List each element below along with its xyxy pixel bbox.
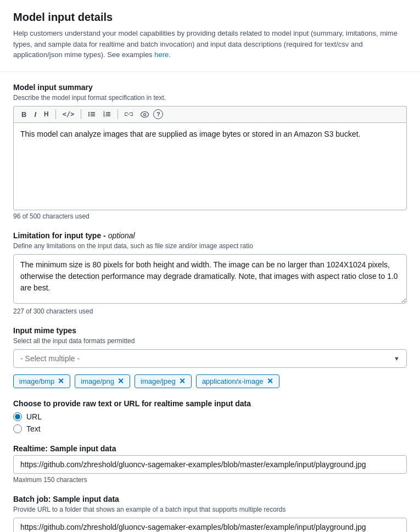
toolbar-italic-button[interactable]: I xyxy=(31,109,40,120)
toolbar-heading-button[interactable]: H xyxy=(41,109,52,120)
radio-url-label: URL xyxy=(26,412,42,421)
rich-text-toolbar: B I H </> 1. 2. xyxy=(13,106,407,122)
limitation-label: Limitation for input type - optional xyxy=(13,231,407,240)
toolbar-code-button[interactable]: </> xyxy=(59,109,78,120)
input-mime-types-section: Input mime types Select all the input da… xyxy=(13,326,407,388)
mime-tag-image-bmp: image/bmp ✕ xyxy=(13,374,70,388)
realtime-sample-label: Realtime: Sample input data xyxy=(13,444,407,453)
mime-tag-remove-image-png[interactable]: ✕ xyxy=(117,377,124,385)
svg-point-2 xyxy=(88,114,89,115)
mime-tag-application-x-image: application/x-image ✕ xyxy=(196,374,279,388)
svg-rect-11 xyxy=(106,115,110,116)
toolbar-divider-2 xyxy=(81,109,81,119)
radio-option-text[interactable]: Text xyxy=(13,424,407,433)
mime-tag-image-png: image/png ✕ xyxy=(75,374,130,388)
realtime-sample-hint: Maximum 150 characters xyxy=(13,476,407,484)
limitation-sublabel: Define any limitations on the input data… xyxy=(13,242,407,250)
radio-url-input[interactable] xyxy=(13,412,22,421)
batch-sample-label: Batch job: Sample input data xyxy=(13,495,407,503)
model-input-summary-sublabel: Describe the model input format specific… xyxy=(13,94,407,102)
optional-text: optional xyxy=(108,231,135,240)
radio-option-url[interactable]: URL xyxy=(13,412,407,421)
svg-point-4 xyxy=(88,115,89,116)
batch-sample-sublabel: Provide URL to a folder that shows an ex… xyxy=(13,506,407,513)
model-input-summary-label: Model input summary xyxy=(13,83,407,92)
svg-rect-1 xyxy=(91,112,95,113)
toolbar-preview-button[interactable] xyxy=(137,110,152,119)
toolbar-link-button[interactable] xyxy=(121,110,136,119)
limitation-section: Limitation for input type - optional Def… xyxy=(13,231,407,315)
mime-tag-remove-image-jpeg[interactable]: ✕ xyxy=(179,377,186,385)
limitation-char-count: 227 of 300 characters used xyxy=(13,307,407,315)
input-mime-types-label: Input mime types xyxy=(13,326,407,335)
mime-select-placeholder: - Select multiple - xyxy=(20,354,80,363)
toolbar-divider-1 xyxy=(55,109,56,119)
examples-link[interactable]: here xyxy=(154,51,169,59)
mime-tag-label: application/x-image xyxy=(202,377,264,385)
input-mime-types-sublabel: Select all the input data formats permit… xyxy=(13,337,407,345)
mime-tag-remove-application-x-image[interactable]: ✕ xyxy=(267,377,273,385)
model-input-summary-editor[interactable]: This model can analyze images that are s… xyxy=(13,122,407,210)
mime-tag-remove-image-bmp[interactable]: ✕ xyxy=(58,377,64,385)
model-input-summary-char-count: 96 of 500 characters used xyxy=(13,212,407,220)
page-description: Help customers understand your model cap… xyxy=(13,28,407,60)
mime-dropdown-arrow-icon: ▼ xyxy=(394,355,400,362)
batch-sample-input[interactable] xyxy=(13,518,407,533)
mime-tag-label: image/png xyxy=(81,377,114,385)
toolbar-ordered-list-button[interactable]: 1. 2. 3. xyxy=(100,109,114,120)
svg-text:3.: 3. xyxy=(103,114,106,117)
svg-rect-7 xyxy=(106,112,110,113)
radio-text-input[interactable] xyxy=(13,424,22,433)
svg-point-13 xyxy=(144,113,146,115)
svg-rect-3 xyxy=(91,114,95,115)
svg-rect-5 xyxy=(91,115,95,116)
mime-tag-label: image/bmp xyxy=(19,377,54,385)
mime-select-box[interactable]: - Select multiple - ▼ xyxy=(13,349,407,368)
toolbar-divider-3 xyxy=(117,109,118,119)
svg-point-12 xyxy=(141,111,149,117)
mime-tags-row: image/bmp ✕ image/png ✕ image/jpeg ✕ app… xyxy=(13,374,407,388)
realtime-sample-input[interactable] xyxy=(13,455,407,474)
svg-point-0 xyxy=(88,112,89,113)
toolbar-help-button[interactable]: ? xyxy=(153,109,163,119)
realtime-sample-section: Realtime: Sample input data Maximum 150 … xyxy=(13,444,407,484)
section-divider xyxy=(0,71,420,72)
toolbar-unordered-list-button[interactable] xyxy=(85,109,99,120)
toolbar-bold-button[interactable]: B xyxy=(18,109,30,120)
batch-sample-section: Batch job: Sample input data Provide URL… xyxy=(13,495,407,533)
mime-tag-image-jpeg: image/jpeg ✕ xyxy=(135,374,192,388)
sample-input-choice-section: Choose to provide raw text or URL for re… xyxy=(13,399,407,433)
mime-tag-label: image/jpeg xyxy=(141,377,176,385)
model-input-summary-section: Model input summary Describe the model i… xyxy=(13,83,407,220)
limitation-textarea[interactable] xyxy=(13,254,407,304)
page-title: Model input details xyxy=(13,11,407,24)
svg-rect-9 xyxy=(106,114,110,115)
radio-text-label: Text xyxy=(26,424,41,433)
sample-input-choice-label: Choose to provide raw text or URL for re… xyxy=(13,399,407,408)
mime-select-container: - Select multiple - ▼ xyxy=(13,349,407,368)
